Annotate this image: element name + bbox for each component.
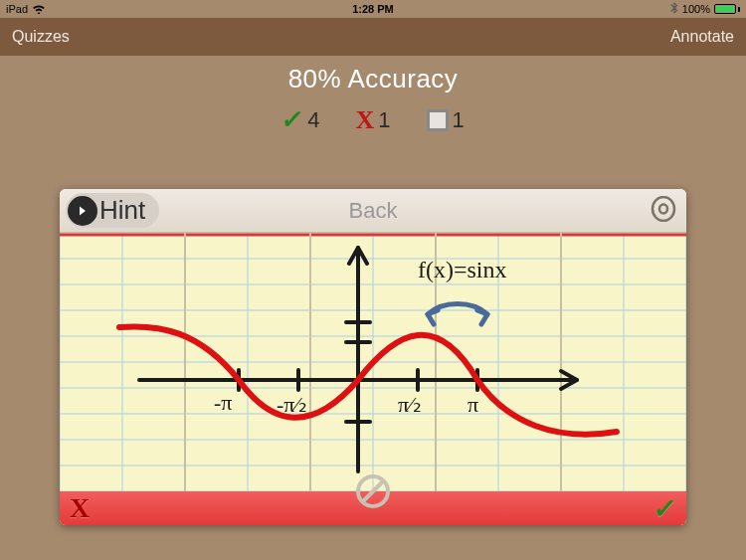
graph-svg: -π -π⁄₂ π⁄₂ π f(x)=sinx: [60, 233, 686, 491]
skipped-count: 1: [453, 107, 465, 133]
wrong-count: 1: [378, 107, 390, 133]
svg-point-1: [653, 197, 674, 221]
svg-text:π: π: [467, 392, 478, 417]
mark-correct-button[interactable]: ✓: [652, 492, 677, 525]
svg-point-2: [659, 204, 667, 213]
bluetooth-icon: [670, 2, 678, 16]
back-button[interactable]: Back: [349, 198, 398, 224]
svg-line-35: [363, 481, 383, 501]
app-screen: iPad 1:28 PM 100% Quizzes Annotate 80% A…: [0, 0, 746, 560]
accuracy-header: 80% Accuracy ✓ 4 X 1 1: [0, 56, 746, 135]
wifi-icon: [32, 3, 46, 16]
card-answer-bar: X ✓: [60, 491, 686, 525]
x-icon: X: [355, 105, 374, 135]
score-wrong: X 1: [355, 105, 390, 135]
score-row: ✓ 4 X 1 1: [0, 104, 746, 135]
quizzes-button[interactable]: Quizzes: [12, 28, 70, 46]
annotate-button[interactable]: Annotate: [670, 28, 734, 46]
svg-text:-π⁄₂: -π⁄₂: [277, 392, 307, 417]
flashcard: Hint Back: [60, 189, 686, 525]
target-icon[interactable]: [651, 196, 676, 226]
unanswered-square-icon: [427, 109, 449, 131]
card-toolbar: Hint Back: [60, 189, 686, 233]
clock: 1:28 PM: [352, 3, 394, 15]
correct-count: 4: [307, 107, 319, 133]
check-icon: ✓: [280, 104, 305, 135]
mark-wrong-button[interactable]: X: [70, 492, 90, 524]
battery-percent: 100%: [682, 3, 710, 15]
cancel-button[interactable]: [355, 473, 391, 509]
function-label: f(x)=sinx: [418, 257, 507, 282]
svg-text:π⁄₂: π⁄₂: [398, 392, 422, 417]
status-bar: iPad 1:28 PM 100%: [0, 0, 746, 18]
nav-bar: Quizzes Annotate: [0, 18, 746, 56]
device-label: iPad: [6, 3, 28, 15]
accuracy-title: 80% Accuracy: [0, 64, 746, 94]
battery-icon: [714, 4, 740, 14]
arrow-right-icon: [68, 196, 97, 226]
score-skipped: 1: [427, 107, 465, 133]
graph-panel: -π -π⁄₂ π⁄₂ π f(x)=sinx: [60, 233, 686, 491]
hint-label: Hint: [99, 195, 145, 226]
hint-button[interactable]: Hint: [66, 193, 159, 228]
svg-text:-π: -π: [214, 390, 232, 415]
score-correct: ✓ 4: [281, 104, 319, 135]
